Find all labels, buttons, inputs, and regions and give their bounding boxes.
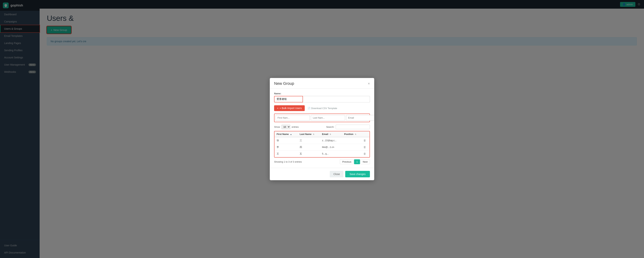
delete-row-button[interactable]: 🗑 (364, 145, 366, 148)
table-row: 王 五 5...q... 🗑 (274, 150, 370, 157)
new-group-modal: New Group × Name: + + Bulk Import Users … (270, 78, 374, 180)
table-wrapper: First Name ▲ Last Name ⇅ Email ⇅ (274, 131, 370, 157)
cell-last-name: 四 (298, 144, 320, 150)
download-csv-link[interactable]: 📄 Download CSV Template (308, 107, 337, 110)
plus-icon: + (277, 107, 278, 110)
previous-button[interactable]: Previous (340, 159, 354, 164)
last-name-input[interactable] (311, 115, 345, 121)
table-controls: Show 10 25 50 entries Search: (274, 125, 370, 129)
bulk-import-button[interactable]: + + Bulk Import Users (274, 105, 305, 111)
download-csv-label: Download CSV Template (311, 107, 337, 110)
name-label: Name: (274, 92, 370, 95)
delete-row-button[interactable]: 🗑 (364, 139, 366, 142)
cell-last-name: 三 (298, 137, 320, 144)
show-label: Show (274, 126, 280, 128)
name-row (274, 96, 370, 102)
cell-email: lilei@...1.cn (320, 144, 342, 150)
table-body: 张 三 z...22@qq.c... 🗑 李 四 lilei@...1.cn (274, 137, 370, 157)
table-row: 张 三 z...22@qq.c... 🗑 (274, 137, 370, 144)
show-entries: Show 10 25 50 entries (274, 125, 299, 129)
bulk-import-label: + Bulk Import Users (280, 107, 302, 110)
col-actions (361, 131, 370, 137)
next-button[interactable]: Next (360, 159, 370, 164)
cell-email: z...22@qq.c... (320, 137, 342, 144)
modal-overlay: New Group × Name: + + Bulk Import Users … (0, 0, 644, 258)
delete-row-button[interactable]: 🗑 (364, 152, 366, 155)
last-name-col-label: Last Name (300, 133, 312, 135)
close-button[interactable]: Close (330, 171, 344, 177)
cell-first-name: 李 (274, 144, 298, 150)
cell-delete: 🗑 (361, 137, 370, 144)
modal-body: Name: + + Bulk Import Users 📄 Download C… (270, 89, 374, 168)
page-1-button[interactable]: 1 (354, 159, 360, 164)
name-input-rest[interactable] (303, 96, 370, 102)
table-footer: Showing 1 to 3 of 3 entries Previous 1 N… (274, 159, 370, 164)
cell-first-name: 张 (274, 137, 298, 144)
name-input-highlighted[interactable] (274, 96, 303, 102)
add-user-row: + Add (274, 114, 370, 122)
col-email[interactable]: Email ⇅ (320, 131, 342, 137)
email-input[interactable] (346, 115, 374, 121)
entries-label: entries (292, 126, 299, 128)
save-changes-button[interactable]: Save changes (345, 171, 370, 177)
import-row: + + Bulk Import Users 📄 Download CSV Tem… (274, 105, 370, 111)
search-box: Search: (326, 125, 370, 129)
modal-footer: Close Save changes (270, 168, 374, 180)
sort-icon: ⇅ (330, 133, 331, 135)
cell-last-name: 五 (298, 150, 320, 157)
table-header-row: First Name ▲ Last Name ⇅ Email ⇅ (274, 131, 370, 137)
first-name-input[interactable] (276, 115, 310, 121)
search-input[interactable] (336, 125, 370, 129)
sort-icon: ⇅ (313, 133, 314, 135)
cell-first-name: 王 (274, 150, 298, 157)
table-row: 李 四 lilei@...1.cn 🗑 (274, 144, 370, 150)
sort-icon: ⇅ (355, 133, 356, 135)
modal-title: New Group (274, 81, 294, 86)
cell-email: 5...q... (320, 150, 342, 157)
position-col-label: Position (344, 133, 353, 135)
cell-delete: 🗑 (361, 144, 370, 150)
cell-delete: 🗑 (361, 150, 370, 157)
cell-position (342, 150, 361, 157)
showing-text: Showing 1 to 3 of 3 entries (274, 160, 302, 163)
email-col-label: Email (322, 133, 328, 135)
first-name-col-label: First Name (276, 133, 289, 135)
pagination: Previous 1 Next (340, 159, 370, 164)
entries-select[interactable]: 10 25 50 (282, 125, 290, 129)
col-first-name[interactable]: First Name ▲ (274, 131, 298, 137)
col-last-name[interactable]: Last Name ⇅ (298, 131, 320, 137)
users-table: First Name ▲ Last Name ⇅ Email ⇅ (274, 131, 370, 157)
search-label: Search: (326, 126, 334, 128)
file-icon: 📄 (308, 107, 310, 110)
cell-position (342, 137, 361, 144)
sort-asc-icon: ▲ (290, 133, 292, 135)
col-position[interactable]: Position ⇅ (342, 131, 361, 137)
modal-close-button[interactable]: × (368, 82, 370, 85)
cell-position (342, 144, 361, 150)
table-head: First Name ▲ Last Name ⇅ Email ⇅ (274, 131, 370, 137)
modal-header: New Group × (270, 78, 374, 89)
